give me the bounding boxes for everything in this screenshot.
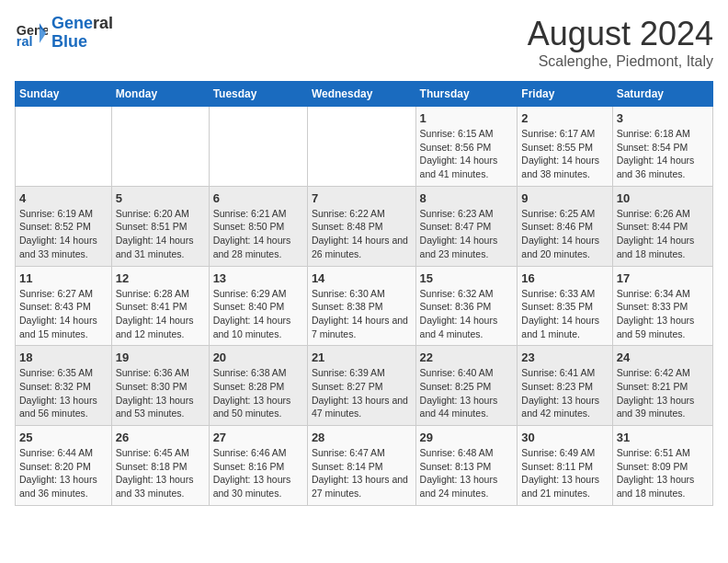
day-number: 26 [116,431,205,444]
day-info: Sunrise: 6:21 AM Sunset: 8:50 PM Dayligh… [213,207,303,261]
day-number: 25 [19,431,108,444]
calendar-cell: 25Sunrise: 6:44 AM Sunset: 8:20 PM Dayli… [16,426,112,506]
day-info: Sunrise: 6:32 AM Sunset: 8:36 PM Dayligh… [420,287,514,341]
calendar-cell: 10Sunrise: 6:26 AM Sunset: 8:44 PM Dayli… [612,186,712,266]
day-info: Sunrise: 6:38 AM Sunset: 8:28 PM Dayligh… [213,366,303,420]
day-number: 24 [617,350,709,364]
day-info: Sunrise: 6:30 AM Sunset: 8:38 PM Dayligh… [312,287,412,341]
day-number: 4 [19,191,108,205]
day-number: 11 [19,271,108,285]
day-number: 16 [521,271,608,285]
day-info: Sunrise: 6:17 AM Sunset: 8:55 PM Dayligh… [521,127,608,181]
day-info: Sunrise: 6:47 AM Sunset: 8:14 PM Dayligh… [312,446,412,500]
weekday-header-saturday: Saturday [612,82,712,107]
logo-icon: Gene ral [15,17,48,50]
calendar-cell: 20Sunrise: 6:38 AM Sunset: 8:28 PM Dayli… [209,346,307,426]
calendar-cell: 21Sunrise: 6:39 AM Sunset: 8:27 PM Dayli… [307,346,415,426]
week-row-1: 1Sunrise: 6:15 AM Sunset: 8:56 PM Daylig… [16,107,713,187]
calendar-cell: 15Sunrise: 6:32 AM Sunset: 8:36 PM Dayli… [415,266,518,346]
weekday-header-tuesday: Tuesday [209,82,307,107]
calendar-cell: 9Sunrise: 6:25 AM Sunset: 8:46 PM Daylig… [518,186,612,266]
calendar-cell: 22Sunrise: 6:40 AM Sunset: 8:25 PM Dayli… [415,346,518,426]
calendar-cell: 27Sunrise: 6:46 AM Sunset: 8:16 PM Dayli… [209,426,307,506]
day-info: Sunrise: 6:35 AM Sunset: 8:32 PM Dayligh… [19,366,108,420]
day-number: 14 [312,271,412,285]
calendar-cell [209,107,307,187]
weekday-header-friday: Friday [518,82,612,107]
day-info: Sunrise: 6:40 AM Sunset: 8:25 PM Dayligh… [420,366,514,420]
day-number: 27 [213,431,303,444]
day-number: 31 [617,431,709,444]
day-info: Sunrise: 6:46 AM Sunset: 8:16 PM Dayligh… [213,446,303,500]
day-info: Sunrise: 6:41 AM Sunset: 8:23 PM Dayligh… [521,366,608,420]
week-row-4: 18Sunrise: 6:35 AM Sunset: 8:32 PM Dayli… [16,346,713,426]
calendar-cell: 2Sunrise: 6:17 AM Sunset: 8:55 PM Daylig… [518,107,612,187]
day-number: 1 [420,111,514,125]
day-info: Sunrise: 6:26 AM Sunset: 8:44 PM Dayligh… [617,207,709,261]
calendar-cell: 16Sunrise: 6:33 AM Sunset: 8:35 PM Dayli… [518,266,612,346]
day-number: 15 [420,271,514,285]
day-info: Sunrise: 6:33 AM Sunset: 8:35 PM Dayligh… [521,287,608,341]
day-info: Sunrise: 6:20 AM Sunset: 8:51 PM Dayligh… [116,207,205,261]
weekday-header-monday: Monday [111,82,209,107]
week-row-2: 4Sunrise: 6:19 AM Sunset: 8:52 PM Daylig… [16,186,713,266]
day-number: 21 [312,350,412,364]
logo-text-general: General [51,15,113,33]
day-number: 5 [116,191,205,205]
day-info: Sunrise: 6:48 AM Sunset: 8:13 PM Dayligh… [420,446,514,500]
day-info: Sunrise: 6:15 AM Sunset: 8:56 PM Dayligh… [420,127,514,181]
calendar-cell: 28Sunrise: 6:47 AM Sunset: 8:14 PM Dayli… [307,426,415,506]
calendar-cell: 1Sunrise: 6:15 AM Sunset: 8:56 PM Daylig… [415,107,518,187]
calendar-cell: 12Sunrise: 6:28 AM Sunset: 8:41 PM Dayli… [111,266,209,346]
week-row-3: 11Sunrise: 6:27 AM Sunset: 8:43 PM Dayli… [16,266,713,346]
day-info: Sunrise: 6:18 AM Sunset: 8:54 PM Dayligh… [617,127,709,181]
calendar-cell: 18Sunrise: 6:35 AM Sunset: 8:32 PM Dayli… [16,346,112,426]
day-number: 12 [116,271,205,285]
day-number: 22 [420,350,514,364]
day-number: 8 [420,191,514,205]
calendar-cell [16,107,112,187]
calendar-cell: 13Sunrise: 6:29 AM Sunset: 8:40 PM Dayli… [209,266,307,346]
day-number: 3 [617,111,709,125]
calendar-cell: 14Sunrise: 6:30 AM Sunset: 8:38 PM Dayli… [307,266,415,346]
calendar-cell: 26Sunrise: 6:45 AM Sunset: 8:18 PM Dayli… [111,426,209,506]
calendar-cell: 4Sunrise: 6:19 AM Sunset: 8:52 PM Daylig… [16,186,112,266]
day-info: Sunrise: 6:25 AM Sunset: 8:46 PM Dayligh… [521,207,608,261]
day-info: Sunrise: 6:34 AM Sunset: 8:33 PM Dayligh… [617,287,709,341]
calendar-cell: 29Sunrise: 6:48 AM Sunset: 8:13 PM Dayli… [415,426,518,506]
day-number: 28 [312,431,412,444]
calendar-cell: 17Sunrise: 6:34 AM Sunset: 8:33 PM Dayli… [612,266,712,346]
day-number: 9 [521,191,608,205]
day-number: 30 [521,431,608,444]
day-info: Sunrise: 6:45 AM Sunset: 8:18 PM Dayligh… [116,446,205,500]
week-row-5: 25Sunrise: 6:44 AM Sunset: 8:20 PM Dayli… [16,426,713,506]
day-info: Sunrise: 6:42 AM Sunset: 8:21 PM Dayligh… [617,366,709,420]
day-number: 2 [521,111,608,125]
svg-text:ral: ral [17,34,33,49]
calendar-cell: 7Sunrise: 6:22 AM Sunset: 8:48 PM Daylig… [307,186,415,266]
day-number: 10 [617,191,709,205]
weekday-header-thursday: Thursday [415,82,518,107]
day-info: Sunrise: 6:44 AM Sunset: 8:20 PM Dayligh… [19,446,108,500]
calendar-cell: 19Sunrise: 6:36 AM Sunset: 8:30 PM Dayli… [111,346,209,426]
calendar-cell: 5Sunrise: 6:20 AM Sunset: 8:51 PM Daylig… [111,186,209,266]
calendar-cell: 11Sunrise: 6:27 AM Sunset: 8:43 PM Dayli… [16,266,112,346]
header: Gene ral General Blue August 2024 Scalen… [15,15,713,70]
day-info: Sunrise: 6:19 AM Sunset: 8:52 PM Dayligh… [19,207,108,261]
subtitle: Scalenghe, Piedmont, Italy [528,53,713,70]
day-number: 6 [213,191,303,205]
title-area: August 2024 Scalenghe, Piedmont, Italy [528,15,713,70]
logo-text-blue: Blue [51,33,113,52]
day-info: Sunrise: 6:39 AM Sunset: 8:27 PM Dayligh… [312,366,412,420]
calendar-cell: 31Sunrise: 6:51 AM Sunset: 8:09 PM Dayli… [612,426,712,506]
day-number: 7 [312,191,412,205]
calendar-cell: 3Sunrise: 6:18 AM Sunset: 8:54 PM Daylig… [612,107,712,187]
day-number: 20 [213,350,303,364]
day-number: 23 [521,350,608,364]
day-info: Sunrise: 6:51 AM Sunset: 8:09 PM Dayligh… [617,446,709,500]
day-info: Sunrise: 6:28 AM Sunset: 8:41 PM Dayligh… [116,287,205,341]
calendar-cell: 24Sunrise: 6:42 AM Sunset: 8:21 PM Dayli… [612,346,712,426]
calendar-cell: 8Sunrise: 6:23 AM Sunset: 8:47 PM Daylig… [415,186,518,266]
calendar-cell: 30Sunrise: 6:49 AM Sunset: 8:11 PM Dayli… [518,426,612,506]
day-info: Sunrise: 6:27 AM Sunset: 8:43 PM Dayligh… [19,287,108,341]
